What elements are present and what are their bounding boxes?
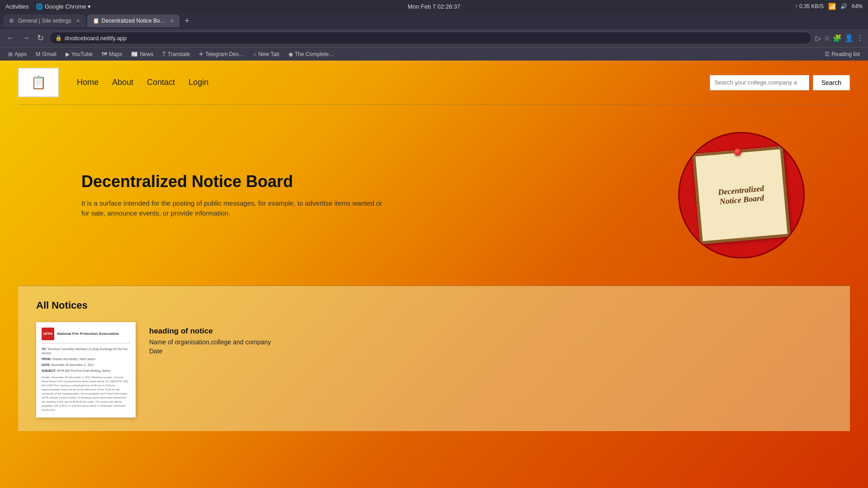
- bookmark-apps-label: Apps: [14, 51, 27, 57]
- bookmark-star-icon[interactable]: ☆: [824, 34, 830, 42]
- tab-general[interactable]: ⚙ General | Site settings ✕: [4, 14, 85, 27]
- network-speed: ↑ 0.35 KB/S: [795, 3, 824, 9]
- bookmark-maps[interactable]: 🗺 Maps: [98, 50, 126, 58]
- search-button[interactable]: Search: [813, 75, 850, 90]
- profile-icon[interactable]: 👤: [844, 34, 854, 42]
- bookmark-translate-label: Translate: [168, 51, 190, 57]
- tab-dnotice[interactable]: 📋 Decentralized Notice Bo… ✕: [87, 14, 179, 27]
- youtube-icon: ▶: [66, 51, 70, 57]
- hero-text: Decentralized Notice Board It is a surfa…: [81, 172, 389, 219]
- site-header-left: 📋 Home About Contact Login: [18, 68, 208, 97]
- notice-doc-from: FROM: Orlando Hernandez, Staff Liaison: [42, 357, 130, 361]
- address-url: dnoticeboard.netlify.app: [65, 35, 127, 42]
- maps-icon: 🗺: [102, 51, 107, 57]
- extension-icon[interactable]: 🧩: [833, 34, 842, 42]
- battery-label: 64%: [852, 3, 863, 9]
- notice-doc-subject: SUBJECT: NFPA 850 Pre-First Draft Meetin…: [42, 369, 130, 373]
- notice-board-frame: Decentralized Notice Board: [693, 146, 791, 244]
- wifi-icon: 📶: [828, 3, 836, 10]
- address-bar[interactable]: 🔒 dnoticeboard.netlify.app: [49, 32, 812, 44]
- page-content: 📋 Home About Contact Login Search Decent…: [0, 61, 868, 488]
- nav-bar: ← → ↻ 🔒 dnoticeboard.netlify.app ▷ ☆ 🧩 👤…: [0, 29, 868, 47]
- hero-title: Decentralized Notice Board: [81, 172, 389, 191]
- forward-button[interactable]: →: [20, 33, 32, 43]
- notice-doc-body: Details: November 30-December 2, 2011 Me…: [42, 375, 130, 412]
- bookmark-gmail-label: Gmail: [42, 51, 56, 57]
- notice-doc-date: DATE: November 30-December 2, 2011: [42, 363, 130, 367]
- bookmark-gmail[interactable]: M Gmail: [32, 50, 60, 58]
- bookmark-newtab-label: New Tab: [258, 51, 279, 57]
- all-notices-section: All Notices NFPA National Fire Protectio…: [18, 286, 850, 431]
- news-icon: 📰: [131, 51, 138, 57]
- volume-icon: 🔊: [840, 3, 847, 9]
- bookmark-youtube[interactable]: ▶ YouTube: [62, 50, 96, 58]
- bookmark-maps-label: Maps: [109, 51, 122, 57]
- os-taskbar: Activities 🌐 Google Chrome ▾ Mon Feb 7 0…: [0, 0, 868, 13]
- nfpa-title: National Fire Protection Association: [57, 331, 119, 336]
- bookmark-complete-label: The Complete…: [295, 51, 334, 57]
- notices-grid: NFPA National Fire Protection Associatio…: [36, 322, 832, 418]
- complete-icon: ◉: [288, 51, 293, 57]
- tab-general-close[interactable]: ✕: [76, 18, 80, 24]
- notice-document-thumb[interactable]: NFPA National Fire Protection Associatio…: [36, 322, 136, 418]
- bookmark-news-label: News: [140, 51, 153, 57]
- translate-icon: T: [162, 51, 165, 57]
- tab-dnotice-label: Decentralized Notice Bo…: [102, 18, 165, 24]
- nfpa-logo: NFPA: [42, 328, 54, 340]
- lock-icon: 🔒: [55, 35, 62, 41]
- bookmark-translate[interactable]: T Translate: [159, 50, 193, 58]
- bookmark-telegram[interactable]: ✈ Telegram Des…: [195, 50, 248, 58]
- bookmark-newtab[interactable]: ○ New Tab: [250, 50, 283, 58]
- nav-login[interactable]: Login: [189, 78, 208, 87]
- reading-list-icon: ☰: [825, 51, 830, 57]
- bookmark-telegram-label: Telegram Des…: [205, 51, 244, 57]
- reload-button[interactable]: ↻: [35, 33, 46, 43]
- telegram-icon: ✈: [199, 51, 203, 57]
- bookmark-youtube-label: YouTube: [71, 51, 93, 57]
- tab-bar: ⚙ General | Site settings ✕ 📋 Decentrali…: [0, 13, 868, 29]
- menu-icon[interactable]: ⋮: [856, 34, 863, 42]
- site-header: 📋 Home About Contact Login Search: [0, 61, 868, 104]
- notice-date: Date: [149, 347, 271, 355]
- gmail-icon: M: [36, 51, 40, 57]
- notice-org: Name of organisation,college and company: [149, 338, 271, 346]
- tab-dnotice-close[interactable]: ✕: [170, 18, 174, 24]
- nav-home[interactable]: Home: [77, 78, 99, 87]
- tab-dnotice-favicon: 📋: [93, 18, 99, 24]
- os-datetime: Mon Feb 7 02:26:37: [408, 3, 460, 10]
- notice-info: heading of notice Name of organisation,c…: [149, 322, 271, 361]
- reading-list-label: Reading list: [831, 51, 860, 57]
- apps-icon: ⊞: [8, 51, 13, 57]
- search-input[interactable]: [710, 75, 809, 90]
- os-left: Activities 🌐 Google Chrome ▾: [5, 3, 91, 10]
- os-right: ↑ 0.35 KB/S 📶 🔊 64%: [795, 3, 863, 10]
- site-logo: 📋: [18, 68, 59, 97]
- nav-contact[interactable]: Contact: [147, 78, 175, 87]
- notice-board-text: Decentralized Notice Board: [717, 184, 765, 207]
- site-logo-icon: 📋: [31, 75, 47, 90]
- newtab-icon: ○: [253, 51, 256, 57]
- notice-doc-header: NFPA National Fire Protection Associatio…: [42, 328, 130, 343]
- bookmark-apps[interactable]: ⊞ Apps: [5, 50, 30, 58]
- cast-icon[interactable]: ▷: [816, 34, 821, 42]
- hero-section: Decentralized Notice Board It is a surfa…: [0, 105, 868, 286]
- activities-label[interactable]: Activities: [5, 3, 28, 10]
- notice-board-illustration: Decentralized Notice Board: [678, 132, 805, 258]
- nav-icons: ▷ ☆ 🧩 👤 ⋮: [816, 34, 863, 42]
- bookmark-complete[interactable]: ◉ The Complete…: [285, 50, 338, 58]
- nav-about[interactable]: About: [112, 78, 133, 87]
- new-tab-button[interactable]: +: [181, 16, 193, 26]
- all-notices-heading: All Notices: [36, 300, 832, 311]
- back-button[interactable]: ←: [5, 33, 16, 43]
- reading-list-button[interactable]: ☰ Reading list: [821, 50, 863, 58]
- browser-chrome: ⚙ General | Site settings ✕ 📋 Decentrali…: [0, 13, 868, 61]
- notice-heading[interactable]: heading of notice: [149, 327, 271, 336]
- notice-doc-to: TO: Technical Committee Members (c) Duty…: [42, 347, 130, 355]
- hero-description: It is a surface intended for the posting…: [81, 198, 389, 219]
- site-search: Search: [710, 75, 850, 90]
- bookmarks-bar: ⊞ Apps M Gmail ▶ YouTube 🗺 Maps 📰 News T…: [0, 47, 868, 61]
- site-nav: Home About Contact Login: [77, 78, 208, 87]
- tab-general-label: General | Site settings: [18, 18, 71, 24]
- bookmark-news[interactable]: 📰 News: [127, 50, 157, 58]
- browser-indicator: 🌐 Google Chrome ▾: [36, 3, 91, 10]
